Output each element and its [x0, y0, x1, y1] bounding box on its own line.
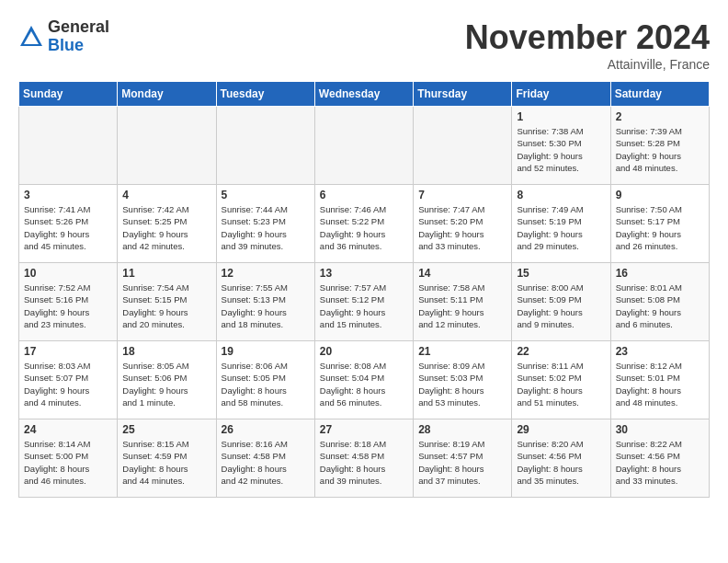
day-detail: Sunrise: 7:55 AMSunset: 5:13 PMDaylight:…: [222, 282, 310, 330]
day-cell: 12Sunrise: 7:55 AMSunset: 5:13 PMDayligh…: [216, 263, 314, 341]
week-row-5: 24Sunrise: 8:14 AMSunset: 5:00 PMDayligh…: [19, 419, 710, 498]
day-cell: 14Sunrise: 7:58 AMSunset: 5:11 PMDayligh…: [414, 263, 512, 341]
header-day-monday: Monday: [118, 82, 216, 107]
calendar-table: SundayMondayTuesdayWednesdayThursdayFrid…: [18, 81, 710, 498]
day-number: 15: [517, 267, 605, 280]
day-detail: Sunrise: 7:38 AMSunset: 5:30 PMDaylight:…: [517, 125, 605, 174]
day-number: 24: [24, 423, 112, 436]
header-day-thursday: Thursday: [414, 82, 512, 107]
week-row-1: 1Sunrise: 7:38 AMSunset: 5:30 PMDaylight…: [19, 107, 710, 185]
day-number: 13: [320, 267, 408, 280]
day-number: 8: [517, 189, 605, 201]
day-number: 5: [222, 189, 310, 201]
day-detail: Sunrise: 8:20 AMSunset: 4:56 PMDaylight:…: [517, 438, 605, 487]
day-cell: 28Sunrise: 8:19 AMSunset: 4:57 PMDayligh…: [414, 419, 512, 498]
day-number: 10: [24, 267, 112, 280]
day-detail: Sunrise: 8:15 AMSunset: 4:59 PMDaylight:…: [122, 438, 210, 487]
day-number: 23: [616, 345, 704, 358]
day-cell: 24Sunrise: 8:14 AMSunset: 5:00 PMDayligh…: [19, 419, 118, 498]
header-day-tuesday: Tuesday: [216, 82, 314, 107]
day-detail: Sunrise: 7:44 AMSunset: 5:23 PMDaylight:…: [222, 203, 310, 252]
day-number: 16: [616, 267, 704, 280]
header-day-wednesday: Wednesday: [314, 82, 413, 107]
day-cell: 11Sunrise: 7:54 AMSunset: 5:15 PMDayligh…: [118, 263, 216, 341]
day-detail: Sunrise: 7:54 AMSunset: 5:15 PMDaylight:…: [122, 282, 210, 330]
day-number: 29: [517, 423, 605, 436]
day-number: 25: [122, 423, 210, 436]
day-cell: 26Sunrise: 8:16 AMSunset: 4:58 PMDayligh…: [216, 419, 314, 498]
day-cell: 6Sunrise: 7:46 AMSunset: 5:22 PMDaylight…: [314, 185, 413, 263]
logo-icon: [18, 24, 44, 50]
day-cell: [314, 107, 413, 185]
day-cell: 15Sunrise: 8:00 AMSunset: 5:09 PMDayligh…: [512, 263, 610, 341]
header-day-friday: Friday: [512, 82, 610, 107]
day-number: 20: [320, 345, 408, 358]
day-cell: [216, 107, 314, 185]
day-cell: 25Sunrise: 8:15 AMSunset: 4:59 PMDayligh…: [118, 419, 216, 498]
day-detail: Sunrise: 7:49 AMSunset: 5:19 PMDaylight:…: [517, 203, 605, 252]
day-detail: Sunrise: 8:05 AMSunset: 5:06 PMDaylight:…: [122, 360, 210, 408]
day-number: 27: [320, 423, 408, 436]
page-header: General Blue November 2024 Attainville, …: [18, 18, 710, 72]
day-detail: Sunrise: 8:12 AMSunset: 5:01 PMDaylight:…: [616, 360, 704, 408]
day-cell: 19Sunrise: 8:06 AMSunset: 5:05 PMDayligh…: [216, 341, 314, 419]
day-cell: 10Sunrise: 7:52 AMSunset: 5:16 PMDayligh…: [19, 263, 118, 341]
day-cell: 21Sunrise: 8:09 AMSunset: 5:03 PMDayligh…: [414, 341, 512, 419]
day-number: 22: [517, 345, 605, 358]
day-detail: Sunrise: 8:01 AMSunset: 5:08 PMDaylight:…: [616, 282, 704, 330]
day-number: 28: [418, 423, 506, 436]
month-title: November 2024: [465, 18, 710, 57]
day-cell: 1Sunrise: 7:38 AMSunset: 5:30 PMDaylight…: [512, 107, 610, 185]
day-detail: Sunrise: 8:11 AMSunset: 5:02 PMDaylight:…: [517, 360, 605, 408]
week-row-2: 3Sunrise: 7:41 AMSunset: 5:26 PMDaylight…: [19, 185, 710, 263]
day-cell: 18Sunrise: 8:05 AMSunset: 5:06 PMDayligh…: [118, 341, 216, 419]
day-number: 1: [517, 110, 605, 123]
day-cell: 22Sunrise: 8:11 AMSunset: 5:02 PMDayligh…: [512, 341, 610, 419]
day-detail: Sunrise: 8:03 AMSunset: 5:07 PMDaylight:…: [24, 360, 112, 408]
logo-text: General Blue: [48, 18, 109, 55]
day-number: 21: [418, 345, 506, 358]
day-cell: [19, 107, 118, 185]
day-detail: Sunrise: 8:09 AMSunset: 5:03 PMDaylight:…: [418, 360, 506, 408]
week-row-3: 10Sunrise: 7:52 AMSunset: 5:16 PMDayligh…: [19, 263, 710, 341]
day-cell: 30Sunrise: 8:22 AMSunset: 4:56 PMDayligh…: [610, 419, 709, 498]
day-detail: Sunrise: 8:00 AMSunset: 5:09 PMDaylight:…: [517, 282, 605, 330]
day-detail: Sunrise: 7:39 AMSunset: 5:28 PMDaylight:…: [616, 125, 704, 174]
day-cell: 16Sunrise: 8:01 AMSunset: 5:08 PMDayligh…: [610, 263, 709, 341]
day-detail: Sunrise: 7:42 AMSunset: 5:25 PMDaylight:…: [122, 203, 210, 252]
header-day-sunday: Sunday: [19, 82, 118, 107]
day-number: 17: [24, 345, 112, 358]
day-detail: Sunrise: 8:06 AMSunset: 5:05 PMDaylight:…: [222, 360, 310, 408]
day-cell: 17Sunrise: 8:03 AMSunset: 5:07 PMDayligh…: [19, 341, 118, 419]
day-detail: Sunrise: 7:52 AMSunset: 5:16 PMDaylight:…: [24, 282, 112, 330]
calendar-body: 1Sunrise: 7:38 AMSunset: 5:30 PMDaylight…: [19, 107, 710, 498]
logo-blue-label: Blue: [48, 37, 109, 55]
day-detail: Sunrise: 8:18 AMSunset: 4:58 PMDaylight:…: [320, 438, 408, 487]
day-cell: 5Sunrise: 7:44 AMSunset: 5:23 PMDaylight…: [216, 185, 314, 263]
day-detail: Sunrise: 8:16 AMSunset: 4:58 PMDaylight:…: [222, 438, 310, 487]
day-cell: 27Sunrise: 8:18 AMSunset: 4:58 PMDayligh…: [314, 419, 413, 498]
day-number: 4: [122, 189, 210, 201]
day-detail: Sunrise: 8:19 AMSunset: 4:57 PMDaylight:…: [418, 438, 506, 487]
day-number: 11: [122, 267, 210, 280]
day-number: 19: [222, 345, 310, 358]
day-cell: 23Sunrise: 8:12 AMSunset: 5:01 PMDayligh…: [610, 341, 709, 419]
day-detail: Sunrise: 7:50 AMSunset: 5:17 PMDaylight:…: [616, 203, 704, 252]
day-cell: 4Sunrise: 7:42 AMSunset: 5:25 PMDaylight…: [118, 185, 216, 263]
week-row-4: 17Sunrise: 8:03 AMSunset: 5:07 PMDayligh…: [19, 341, 710, 419]
day-cell: 13Sunrise: 7:57 AMSunset: 5:12 PMDayligh…: [314, 263, 413, 341]
day-cell: [414, 107, 512, 185]
calendar-header: SundayMondayTuesdayWednesdayThursdayFrid…: [19, 82, 710, 107]
day-detail: Sunrise: 8:08 AMSunset: 5:04 PMDaylight:…: [320, 360, 408, 408]
day-number: 26: [222, 423, 310, 436]
day-cell: 2Sunrise: 7:39 AMSunset: 5:28 PMDaylight…: [610, 107, 709, 185]
day-cell: 20Sunrise: 8:08 AMSunset: 5:04 PMDayligh…: [314, 341, 413, 419]
day-detail: Sunrise: 7:57 AMSunset: 5:12 PMDaylight:…: [320, 282, 408, 330]
day-cell: 3Sunrise: 7:41 AMSunset: 5:26 PMDaylight…: [19, 185, 118, 263]
day-detail: Sunrise: 7:47 AMSunset: 5:20 PMDaylight:…: [418, 203, 506, 252]
day-cell: 7Sunrise: 7:47 AMSunset: 5:20 PMDaylight…: [414, 185, 512, 263]
logo: General Blue: [18, 18, 109, 55]
logo-general-label: General: [48, 18, 109, 37]
day-number: 18: [122, 345, 210, 358]
header-day-saturday: Saturday: [610, 82, 709, 107]
